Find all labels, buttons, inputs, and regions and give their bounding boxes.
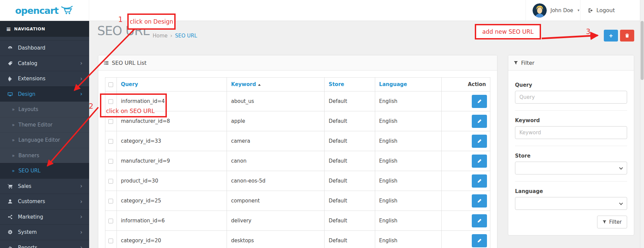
sidebar-item-design[interactable]: Design › (0, 86, 89, 102)
sidebar-item-language-editor[interactable]: » Language Editor (0, 132, 89, 148)
logout-button[interactable]: Logout (580, 0, 640, 21)
user-name: John Doe (550, 7, 573, 13)
annotation-text-3: add new SEO URL (482, 28, 534, 35)
submenu-marker-icon: » (12, 122, 15, 128)
bar-chart-icon (7, 245, 14, 248)
annotation-number-3: 3 (586, 28, 590, 36)
query-cell: information_id=6 (117, 211, 227, 231)
row-checkbox[interactable] (108, 119, 113, 124)
sort-query-link[interactable]: Query (121, 81, 138, 87)
sidebar-item-catalog[interactable]: Catalog › (0, 56, 89, 71)
breadcrumb-home[interactable]: Home (153, 33, 168, 39)
sidebar-subitem-label: Banners (19, 153, 40, 159)
sidebar-item-customers[interactable]: Customers › (0, 194, 89, 209)
row-checkbox[interactable] (108, 139, 113, 144)
query-cell: category_id=33 (117, 131, 227, 151)
sidebar-subitem-label: Theme Editor (19, 122, 53, 128)
sidebar-item-sales[interactable]: Sales › (0, 178, 89, 194)
language-cell: English (375, 151, 441, 171)
edit-button[interactable] (472, 155, 487, 168)
edit-button[interactable] (472, 234, 487, 247)
row-checkbox[interactable] (108, 199, 113, 203)
edit-button[interactable] (472, 214, 487, 227)
table-header-row: Query Keyword Store Language Action (105, 78, 490, 91)
sidebar-item-extensions[interactable]: Extensions › (0, 71, 89, 86)
filter-store-select[interactable] (515, 162, 627, 174)
annotation-number-2: 2 (89, 102, 93, 110)
sidebar-item-dashboard[interactable]: Dashboard (0, 40, 89, 56)
query-cell: category_id=25 (117, 191, 227, 211)
sidebar: ≡ NAVIGATION Dashboard Catalog › (0, 21, 89, 248)
breadcrumb-current: SEO URL (175, 33, 197, 39)
scrollbar-thumb[interactable] (641, 21, 644, 80)
sort-language-link[interactable]: Language (379, 81, 407, 87)
chevron-right-icon: › (80, 199, 82, 204)
trash-icon (625, 33, 629, 38)
sidebar-item-layouts[interactable]: » Layouts (0, 102, 89, 117)
sidebar-item-seo-url[interactable]: » SEO URL (0, 163, 89, 178)
filter-query-group: Query (515, 82, 627, 104)
user-menu[interactable]: John Doe ▾ (525, 0, 579, 21)
opencart-logo[interactable]: opencart (0, 0, 89, 21)
sidebar-item-label: Sales (18, 183, 31, 189)
pencil-icon (477, 119, 482, 123)
pencil-icon (477, 218, 482, 223)
add-seo-url-button[interactable]: + (604, 30, 618, 42)
language-cell: English (375, 231, 441, 248)
select-all-checkbox[interactable] (108, 82, 113, 87)
sidebar-item-label: Reports (18, 245, 37, 248)
sort-store-link[interactable]: Store (329, 81, 344, 87)
logo-text: opencart (15, 5, 58, 16)
language-cell: English (375, 111, 441, 131)
keyword-cell: component (227, 191, 325, 211)
query-cell: manufacturer_id=8 (117, 111, 227, 131)
sidebar-item-banners[interactable]: » Banners (0, 148, 89, 163)
sidebar-item-reports[interactable]: Reports › (0, 240, 89, 248)
filter-panel-title: Filter (521, 60, 535, 66)
sort-asc-icon (258, 84, 261, 86)
annotation-arrow-3 (542, 35, 598, 38)
delete-button[interactable] (620, 30, 634, 42)
filter-query-input[interactable] (515, 91, 627, 104)
chevron-right-icon: › (80, 60, 82, 66)
annotation-box-3: add new SEO URL (475, 24, 541, 39)
query-cell: category_id=20 (117, 231, 227, 248)
divider (515, 181, 627, 182)
seo-url-list-panel: SEO URL List Query Keyword Store Languag… (98, 55, 497, 248)
table-row: product_id=30 canon-eos-5d Default Engli… (105, 171, 490, 191)
chevron-right-icon: › (80, 229, 82, 235)
chevron-right-icon: › (80, 183, 82, 189)
submenu-marker-icon: » (12, 137, 15, 143)
store-cell: Default (325, 171, 375, 191)
edit-button[interactable] (472, 135, 487, 148)
sort-keyword-link[interactable]: Keyword (231, 81, 256, 87)
filter-language-select[interactable] (515, 197, 627, 210)
sidebar-item-theme-editor[interactable]: » Theme Editor (0, 117, 89, 133)
row-checkbox[interactable] (108, 239, 113, 243)
language-cell: English (375, 131, 441, 151)
table-row: category_id=20 desktops Default English (105, 231, 490, 248)
filter-keyword-input[interactable] (515, 126, 627, 139)
seo-url-table: Query Keyword Store Language Action info… (105, 77, 490, 248)
edit-button[interactable] (472, 174, 487, 188)
gear-icon (7, 229, 14, 235)
row-checkbox[interactable] (108, 219, 113, 223)
row-checkbox[interactable] (108, 179, 113, 184)
table-row: manufacturer_id=8 apple Default English (105, 111, 490, 131)
edit-button[interactable] (472, 194, 487, 208)
row-checkbox[interactable] (108, 159, 113, 164)
store-cell: Default (325, 151, 375, 171)
edit-button[interactable] (472, 115, 487, 128)
vertical-scrollbar[interactable] (640, 0, 644, 248)
keyword-cell: delivery (227, 211, 325, 231)
pencil-icon (477, 178, 482, 183)
keyword-cell: camera (227, 131, 325, 151)
divider (515, 110, 627, 111)
filter-button[interactable]: Filter (597, 216, 627, 228)
sidebar-item-system[interactable]: System › (0, 224, 89, 240)
sidebar-item-marketing[interactable]: Marketing › (0, 209, 89, 225)
chevron-right-icon: › (80, 214, 82, 220)
row-checkbox[interactable] (108, 99, 113, 104)
dashboard-icon (7, 45, 14, 51)
edit-button[interactable] (472, 95, 487, 108)
